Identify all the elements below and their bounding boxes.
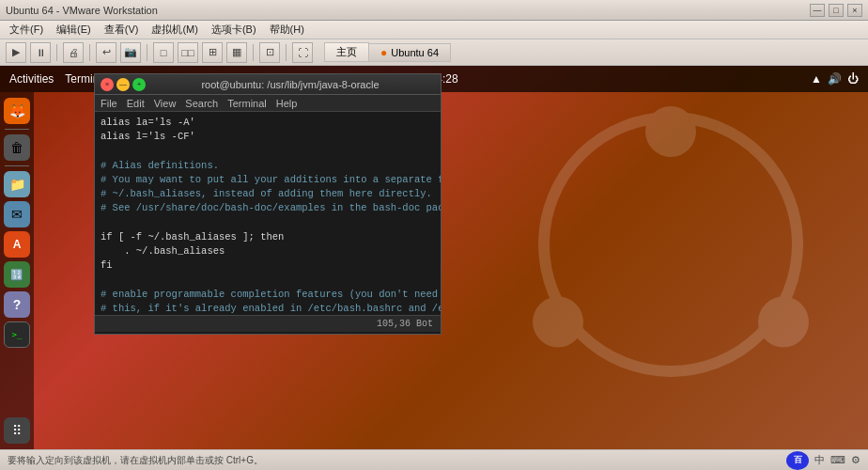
terminal-max-btn[interactable]: +	[132, 78, 146, 91]
vm-btn-2[interactable]: □□	[178, 42, 198, 63]
calc-icon: 🔢	[10, 269, 23, 281]
close-button[interactable]: ×	[847, 4, 862, 17]
dock-separator	[5, 129, 29, 130]
term-line-6: # ~/.bash_aliases, instead of adding the…	[101, 187, 435, 201]
input-method-indicator[interactable]: 中	[814, 453, 825, 467]
vm-btn-3[interactable]: ⊞	[202, 42, 223, 63]
toolbar-separator-5	[286, 44, 287, 61]
tab-home-label: 主页	[336, 46, 357, 57]
help-icon: ?	[13, 297, 22, 312]
minimize-button[interactable]: —	[810, 4, 825, 17]
fullscreen-btn[interactable]: ⛶	[292, 42, 313, 63]
revert-btn[interactable]: ↩	[96, 42, 116, 63]
wifi-icon: ▲	[811, 72, 822, 86]
pause-btn[interactable]: ⏸	[30, 42, 51, 63]
term-line-11: fi	[101, 258, 435, 273]
svg-point-2	[533, 297, 583, 348]
menu-view[interactable]: 查看(V)	[99, 22, 145, 38]
terminal-status-text: 105,36 Bot	[377, 319, 433, 329]
terminal-min-btn[interactable]: —	[116, 78, 130, 91]
settings-icon: ⚙	[851, 454, 860, 466]
svg-point-1	[645, 106, 696, 157]
snapshot-btn[interactable]: 📷	[120, 42, 141, 63]
dock-help[interactable]: ?	[4, 291, 30, 318]
files-icon: 📁	[9, 177, 25, 192]
statusbar-message: 要将输入定向到该虚拟机，请在虚拟机内部单击或按 Ctrl+G。	[8, 454, 263, 467]
dock-terminal[interactable]: >_	[4, 321, 30, 348]
dock-separator-2	[5, 165, 29, 166]
vmware-statusbar: 要将输入定向到该虚拟机，请在虚拟机内部单击或按 Ctrl+G。 百 中 ⌨ ⚙	[0, 449, 868, 470]
apps-grid-icon: ⠿	[12, 423, 22, 438]
menu-tabs[interactable]: 选项卡(B)	[206, 22, 262, 38]
vm-btn-1[interactable]: □	[153, 42, 174, 63]
menu-edit[interactable]: 编辑(E)	[51, 22, 97, 38]
vmware-menubar: 文件(F) 编辑(E) 查看(V) 虚拟机(M) 选项卡(B) 帮助(H)	[0, 21, 868, 39]
term-line-9: if [ -f ~/.bash_aliases ]; then	[101, 230, 435, 244]
term-line-13: # enable programmable completion feature…	[101, 288, 435, 302]
terminal-menu-help[interactable]: Help	[276, 98, 298, 109]
toolbar-separator-2	[89, 44, 90, 61]
terminal-menu-search[interactable]: Search	[185, 98, 218, 109]
dock-firefox[interactable]: 🦊	[4, 98, 30, 124]
terminal-menu-terminal[interactable]: Terminal	[227, 98, 267, 109]
ubuntu-vm-area[interactable]: Activities Terminal Sat 04:28 ▲ 🔊 ⏻ 🦊 🗑 …	[0, 66, 868, 449]
toolbar-separator-1	[56, 44, 57, 61]
statusbar-right: 百 中 ⌨ ⚙	[786, 451, 860, 470]
terminal-statusbar: 105,36 Bot	[95, 315, 441, 332]
terminal-window: × — + root@ubuntu: /usr/lib/jvm/java-8-o…	[94, 73, 442, 335]
usb-btn[interactable]: ⊡	[259, 42, 280, 63]
terminal-content[interactable]: alias la='ls -A' alias l='ls -CF' # Alia…	[95, 112, 441, 315]
menu-help[interactable]: 帮助(H)	[264, 22, 310, 38]
tab-home[interactable]: 主页	[324, 42, 369, 62]
power-status-icon: ⏻	[847, 72, 859, 86]
menu-vm[interactable]: 虚拟机(M)	[146, 22, 204, 38]
dock-ubuntu-software[interactable]: A	[4, 231, 30, 258]
vmware-title-text: Ubuntu 64 - VMware Workstation	[6, 5, 158, 16]
vmware-titlebar: Ubuntu 64 - VMware Workstation — □ ×	[0, 0, 868, 21]
ubuntu-tab-icon: ●	[380, 46, 387, 59]
term-line-4: # Alias definitions.	[101, 159, 435, 173]
ubuntu-bg-logo	[530, 103, 812, 385]
ubuntu-topbar-right: ▲ 🔊 ⏻	[811, 72, 859, 86]
dock-apps[interactable]: ⠿	[4, 417, 30, 444]
vmware-toolbar: ▶ ⏸ 🖨 ↩ 📷 □ □□ ⊞ ▦ ⊡ ⛶ 主页 ● Ubuntu 64	[0, 39, 868, 66]
tab-ubuntu-label: Ubuntu 64	[391, 47, 439, 58]
dock-mail[interactable]: ✉	[4, 201, 30, 227]
dock-calc[interactable]: 🔢	[4, 261, 30, 288]
terminal-close-btn[interactable]: ×	[101, 78, 114, 91]
trash-icon: 🗑	[10, 140, 23, 155]
baidu-input-btn[interactable]: 百	[786, 451, 809, 470]
window-controls: — □ ×	[810, 4, 862, 17]
print-btn[interactable]: 🖨	[63, 42, 84, 63]
ubuntu-activities[interactable]: Activities	[9, 72, 54, 86]
tab-ubuntu[interactable]: ● Ubuntu 64	[369, 43, 451, 62]
terminal-menu-view[interactable]: View	[154, 98, 177, 109]
toolbar-separator-3	[147, 44, 147, 61]
power-btn[interactable]: ▶	[6, 42, 26, 63]
terminal-icon: >_	[12, 330, 23, 339]
terminal-titlebar: × — + root@ubuntu: /usr/lib/jvm/java-8-o…	[95, 74, 441, 95]
restore-button[interactable]: □	[829, 4, 844, 17]
term-line-7: # See /usr/share/doc/bash-doc/examples i…	[101, 201, 435, 215]
dock-trash[interactable]: 🗑	[4, 134, 30, 161]
term-line-1: alias la='ls -A'	[101, 116, 435, 130]
volume-icon: 🔊	[828, 72, 842, 86]
vm-btn-4[interactable]: ▦	[226, 42, 247, 63]
toolbar-separator-4	[253, 44, 254, 61]
menu-file[interactable]: 文件(F)	[4, 22, 49, 38]
terminal-menubar: File Edit View Search Terminal Help	[95, 95, 441, 112]
ubuntu-topbar-left: Activities Terminal	[9, 72, 108, 86]
term-line-8	[101, 216, 435, 230]
term-line-14: # this, if it's already enabled in /etc/…	[101, 302, 435, 315]
firefox-icon: 🦊	[9, 103, 25, 118]
term-line-10: . ~/.bash_aliases	[101, 244, 435, 258]
term-line-2: alias l='ls -CF'	[101, 130, 435, 144]
ubuntu-dock: 🦊 🗑 📁 ✉ A 🔢 ? >_ ⠿	[0, 92, 34, 449]
term-line-3	[101, 144, 435, 158]
terminal-window-controls: × — +	[101, 78, 146, 91]
dock-files[interactable]: 📁	[4, 171, 30, 197]
terminal-menu-edit[interactable]: Edit	[127, 98, 145, 109]
term-line-12	[101, 273, 435, 287]
ubuntu-software-icon: A	[13, 238, 22, 251]
terminal-menu-file[interactable]: File	[101, 98, 117, 109]
